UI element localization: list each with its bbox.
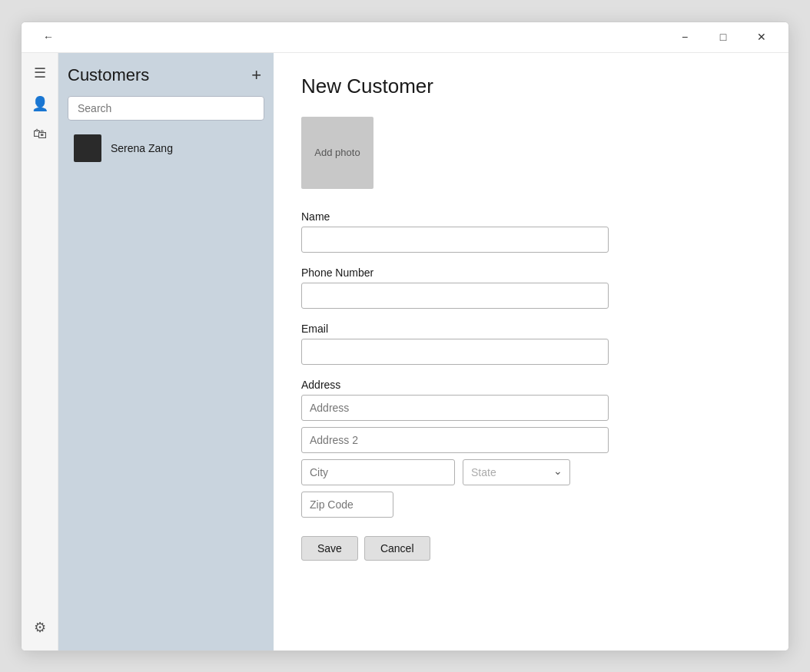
title-bar: ← − □ ✕ xyxy=(22,22,788,53)
add-photo-button[interactable]: Add photo xyxy=(301,117,373,189)
form-actions: Save Cancel xyxy=(301,536,761,561)
add-customer-button[interactable]: + xyxy=(248,65,264,85)
app-window: ← − □ ✕ ☰ 👤 🛍 ⚙ Customers + xyxy=(21,22,789,651)
customer-list: Serena Zang xyxy=(68,130,264,167)
main-content: ☰ 👤 🛍 ⚙ Customers + Serena Zang xyxy=(22,53,788,650)
address-label: Address xyxy=(301,379,761,391)
email-field[interactable] xyxy=(301,339,609,365)
close-button[interactable]: ✕ xyxy=(744,25,779,49)
title-bar-controls: − □ ✕ xyxy=(667,25,779,49)
list-panel-title: Customers xyxy=(68,65,149,85)
page-title: New Customer xyxy=(301,74,761,98)
list-item[interactable]: Serena Zang xyxy=(68,130,264,167)
cancel-button[interactable]: Cancel xyxy=(364,536,430,561)
address-group: Address State AL AK AZ CA CO FL xyxy=(301,379,761,518)
hamburger-icon[interactable]: ☰ xyxy=(26,59,54,87)
state-select[interactable]: State AL AK AZ CA CO FL NY TX xyxy=(463,459,570,485)
phone-field[interactable] xyxy=(301,283,609,309)
city-field[interactable] xyxy=(301,459,455,485)
users-icon[interactable]: 👤 xyxy=(26,90,54,118)
bag-icon[interactable]: 🛍 xyxy=(26,121,54,148)
state-wrapper: State AL AK AZ CA CO FL NY TX xyxy=(463,459,570,485)
email-label: Email xyxy=(301,323,761,335)
settings-icon[interactable]: ⚙ xyxy=(26,614,54,641)
address-field[interactable] xyxy=(301,395,609,421)
name-field[interactable] xyxy=(301,227,609,253)
name-label: Name xyxy=(301,210,761,223)
list-panel: Customers + Serena Zang xyxy=(58,53,274,650)
city-state-row: State AL AK AZ CA CO FL NY TX xyxy=(301,459,761,485)
back-button[interactable]: ← xyxy=(31,25,66,49)
icon-sidebar-top: ☰ 👤 🛍 xyxy=(26,59,54,614)
photo-label: Add photo xyxy=(314,147,360,158)
title-bar-left: ← xyxy=(31,25,66,49)
zip-field[interactable] xyxy=(301,492,393,518)
icon-sidebar-bottom: ⚙ xyxy=(26,614,54,650)
icon-sidebar: ☰ 👤 🛍 ⚙ xyxy=(22,53,58,650)
maximize-button[interactable]: □ xyxy=(705,25,741,49)
search-input[interactable] xyxy=(68,96,264,121)
customer-name: Serena Zang xyxy=(111,142,173,154)
list-panel-header: Customers + xyxy=(68,65,264,85)
phone-label: Phone Number xyxy=(301,266,761,279)
name-group: Name xyxy=(301,210,761,253)
address2-field[interactable] xyxy=(301,427,609,453)
minimize-button[interactable]: − xyxy=(667,25,702,49)
save-button[interactable]: Save xyxy=(301,536,358,561)
detail-panel: New Customer Add photo Name Phone Number… xyxy=(274,53,788,650)
avatar xyxy=(74,134,101,162)
email-group: Email xyxy=(301,323,761,365)
phone-group: Phone Number xyxy=(301,266,761,309)
